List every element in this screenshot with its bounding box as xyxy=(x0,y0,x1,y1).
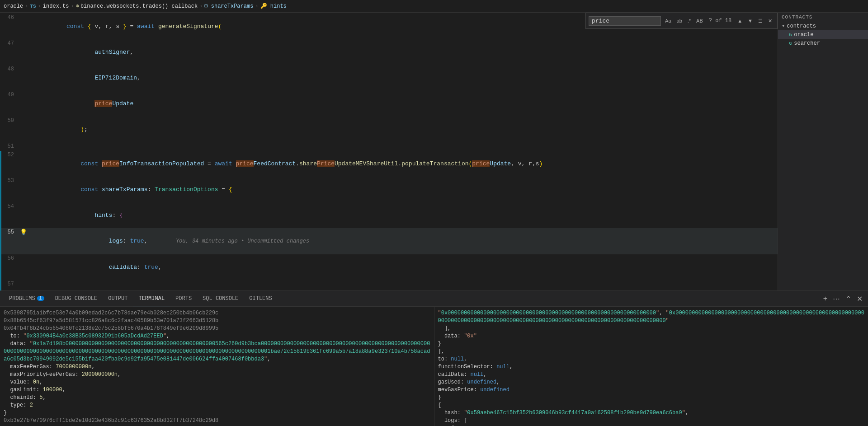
terminal-right-3: data: "0x" xyxy=(438,332,865,340)
code-line-56: 56 calldata: true, xyxy=(0,254,778,280)
find-options: Aa ab .* AB xyxy=(663,17,705,24)
git-annotation-55: You, 34 minutes ago • Uncommitted change… xyxy=(148,238,310,244)
line-content-52: const priceInfoTransactionPopulated = aw… xyxy=(28,151,778,177)
tab-ports[interactable]: PORTS xyxy=(170,291,197,306)
panel-maximize-button[interactable]: ⌃ xyxy=(844,294,853,304)
code-editor: Aa ab .* AB ? of 18 ▲ ▼ ☰ ✕ 46 const { v… xyxy=(0,13,778,290)
find-prev-button[interactable]: ▲ xyxy=(735,17,745,25)
terminal-right-11: } xyxy=(438,394,865,402)
panel-area: PROBLEMS 1 DEBUG CONSOLE OUTPUT TERMINAL… xyxy=(0,290,868,426)
line-num-57: 57 xyxy=(1,280,19,289)
sync-icon-searcher: ↻ xyxy=(789,40,792,47)
terminal-right-6: to: null, xyxy=(438,356,865,363)
terminal-right[interactable]: "0x0000000000000000000000000000000000000… xyxy=(434,307,868,426)
line-num-47: 47 xyxy=(1,39,19,48)
line-content-54: hints: { xyxy=(28,202,778,228)
terminal-left[interactable]: 0x53987951a1bfce53e74a0b09edad2c6c7b78da… xyxy=(0,307,434,426)
match-case-button[interactable]: Aa xyxy=(663,17,673,24)
sep3: › xyxy=(71,3,74,9)
tab-debug-console[interactable]: DEBUG CONSOLE xyxy=(50,291,103,306)
code-line-48: 48 EIP712Domain, xyxy=(0,65,778,91)
tab-gitlens-label: GITLENS xyxy=(249,295,272,302)
chevron-down-icon: ▾ xyxy=(782,23,785,29)
line-content-47: authSigner, xyxy=(28,39,778,65)
breadcrumb-func-icon: ⊕ xyxy=(76,3,79,9)
preserve-case-button[interactable]: AB xyxy=(694,17,705,24)
code-line-49: 49 priceUpdate xyxy=(0,91,778,117)
terminal-line-1: 0x53987951a1bfce53e74a0b09edad2c6c7b78da… xyxy=(4,309,430,317)
code-line-54: 54 hints: { xyxy=(0,202,778,228)
sidebar-folder-contracts[interactable]: ▾ contracts xyxy=(778,22,868,30)
line-content-57: functionSelector: true, xyxy=(28,280,778,290)
terminal-line-2: 0x88b6545cf63f97a5d581571cc826a8c6c2faac… xyxy=(4,317,430,325)
sidebar-oracle-label: oracle xyxy=(794,32,813,38)
tab-output-label: OUTPUT xyxy=(108,295,127,302)
tab-sql-console[interactable]: SQL CONSOLE xyxy=(197,291,244,306)
code-line-52: 52 const priceInfoTransactionPopulated =… xyxy=(0,151,778,177)
breadcrumb-shareParam[interactable]: ⊡ shareTxParams xyxy=(204,3,253,9)
terminal-line-4: to: "0x330904B4a0c38B35c08932D91b605aDcd… xyxy=(4,332,430,340)
terminal-right-2: ], xyxy=(438,325,865,332)
code-line-55: 55 💡 logs: true, You, 34 minutes ago • U… xyxy=(0,228,778,254)
breadcrumb-oracle[interactable]: oracle xyxy=(4,3,23,9)
terminal-right-4: } xyxy=(438,340,865,348)
terminal-line-5: data: "0x1a7d198b00000000000000000000000… xyxy=(4,340,430,363)
code-container: 46 const { v, r, s } = await generateSig… xyxy=(0,13,778,290)
sep2: › xyxy=(38,3,41,9)
code-line-57: 57 functionSelector: true, xyxy=(0,280,778,290)
tab-terminal-label: TERMINAL xyxy=(138,295,165,302)
line-num-51: 51 xyxy=(1,142,19,151)
panel-close-button[interactable]: ✕ xyxy=(855,294,864,304)
right-sidebar: contracts ▾ contracts ↻ oracle ↻ searche… xyxy=(778,13,868,290)
find-input[interactable] xyxy=(589,16,661,26)
terminal-line-9: gasLimit: 100000, xyxy=(4,386,430,394)
terminal-line-10: chainId: 5, xyxy=(4,394,430,402)
terminal-line-11: type: 2 xyxy=(4,402,430,409)
panel-tabs: PROBLEMS 1 DEBUG CONSOLE OUTPUT TERMINAL… xyxy=(0,291,868,307)
gutter-55[interactable]: 💡 xyxy=(19,228,28,237)
terminal-line-8: value: 0n, xyxy=(4,379,430,386)
find-menu-button[interactable]: ☰ xyxy=(756,17,765,25)
terminal-line-13: 0xb3e27b7e70976cff1bde2e10d23e436b2c91c6… xyxy=(4,417,430,425)
tab-debug-label: DEBUG CONSOLE xyxy=(55,295,98,302)
find-next-button[interactable]: ▼ xyxy=(745,17,755,25)
lightbulb-icon[interactable]: 💡 xyxy=(20,228,27,237)
line-num-56: 56 xyxy=(1,254,19,263)
tab-sql-label: SQL CONSOLE xyxy=(203,295,238,302)
code-line-50: 50 ); xyxy=(0,117,778,142)
whole-word-button[interactable]: ab xyxy=(675,17,684,24)
breadcrumb-file[interactable]: index.ts xyxy=(43,3,69,9)
breadcrumb-hints[interactable]: 🔑 hints xyxy=(260,3,287,9)
sep5: › xyxy=(255,3,258,9)
regex-button[interactable]: .* xyxy=(685,17,693,24)
sync-icon-oracle: ↻ xyxy=(789,31,792,38)
tab-terminal[interactable]: TERMINAL xyxy=(133,291,170,306)
code-line-53: 53 const shareTxParams: TransactionOptio… xyxy=(0,177,778,202)
tab-gitlens[interactable]: GITLENS xyxy=(244,291,277,306)
terminal-right-5: ], xyxy=(438,348,865,356)
tab-problems[interactable]: PROBLEMS 1 xyxy=(4,291,50,306)
panel-more-button[interactable]: ⋯ xyxy=(831,294,842,304)
line-content-49: priceUpdate xyxy=(28,91,778,117)
find-close-button[interactable]: ✕ xyxy=(766,17,774,25)
line-num-46: 46 xyxy=(1,14,19,22)
line-content-48: EIP712Domain, xyxy=(28,65,778,91)
line-content-55: logs: true, You, 34 minutes ago • Uncomm… xyxy=(28,228,778,254)
breadcrumb-ts: TS xyxy=(30,4,36,9)
terminal-right-7: functionSelector: null, xyxy=(438,363,865,371)
line-num-48: 48 xyxy=(1,65,19,74)
terminal-right-8: callData: null, xyxy=(438,371,865,379)
sidebar-item-searcher[interactable]: ↻ searcher xyxy=(778,39,868,47)
panel-add-button[interactable]: + xyxy=(821,294,829,304)
breadcrumb-callback[interactable]: binance.websockets.trades() callback xyxy=(80,3,198,9)
sidebar-section-contracts: contracts xyxy=(778,13,868,22)
tab-output[interactable]: OUTPUT xyxy=(103,291,133,306)
terminal-right-10: mevGasPrice: undefined xyxy=(438,386,865,394)
find-count: ? of 18 xyxy=(707,18,733,24)
terminal-right-1: "0x0000000000000000000000000000000000000… xyxy=(438,309,865,325)
sidebar-item-oracle[interactable]: ↻ oracle xyxy=(778,30,868,39)
find-nav: ▲ ▼ ☰ ✕ xyxy=(735,17,774,25)
find-widget: Aa ab .* AB ? of 18 ▲ ▼ ☰ ✕ xyxy=(585,13,778,29)
sep1: › xyxy=(25,3,28,9)
line-num-54: 54 xyxy=(1,202,19,211)
